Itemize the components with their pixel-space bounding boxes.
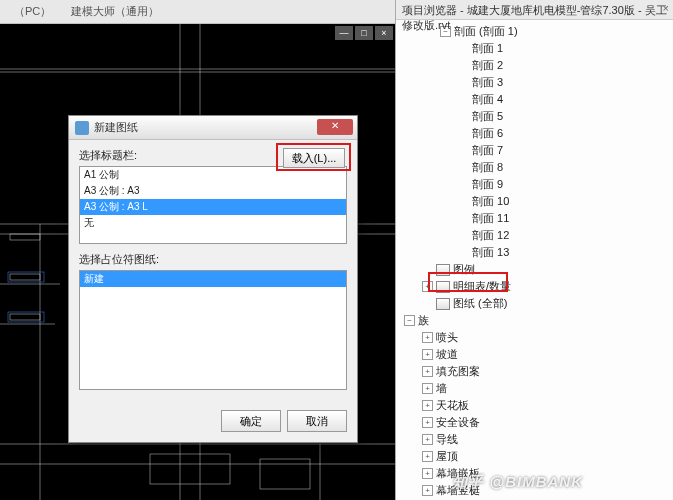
tree-node-family-item[interactable]: +填充图案 [404,363,669,380]
tree-node-section-item[interactable]: 剖面 1 [404,40,669,57]
sheet-icon [436,264,450,276]
list-item[interactable]: A1 公制 [80,167,346,183]
list-item-selected[interactable]: A3 公制 : A3 L [80,199,346,215]
tree-node-sheets[interactable]: 图纸 (全部) [404,295,669,312]
tree-node-family-item[interactable]: +屋顶 [404,448,669,465]
viewport-max-icon[interactable]: □ [355,26,373,40]
project-tree[interactable]: −剖面 (剖面 1) 剖面 1剖面 2剖面 3剖面 4剖面 5剖面 6剖面 7剖… [396,20,673,500]
expand-icon[interactable]: + [422,366,433,377]
expand-icon[interactable]: + [422,383,433,394]
tree-node-family-item[interactable]: +天花板 [404,397,669,414]
tree-node-section-item[interactable]: 剖面 4 [404,91,669,108]
panel-header[interactable]: 项目浏览器 - 城建大厦地库机电模型-管综7.30版 - 吴工修改版.rvt × [396,0,673,20]
cancel-button[interactable]: 取消 [287,410,347,432]
expand-icon[interactable]: + [422,349,433,360]
expand-icon[interactable]: + [422,400,433,411]
tree-node-schedules[interactable]: +明细表/数量 [404,278,669,295]
panel-close-icon[interactable]: × [663,2,669,14]
tree-node-family-item[interactable]: +喷头 [404,329,669,346]
ribbon-tab-pc[interactable]: （PC） [4,0,61,23]
tree-node-section-item[interactable]: 剖面 9 [404,176,669,193]
tree-node-section-item[interactable]: 剖面 13 [404,244,669,261]
expand-icon[interactable]: + [422,468,433,479]
titleblock-listbox[interactable]: A1 公制 A3 公制 : A3 A3 公制 : A3 L 无 [79,166,347,244]
ok-button[interactable]: 确定 [221,410,281,432]
tree-node-family-item[interactable]: +墙 [404,380,669,397]
dialog-title-text: 新建图纸 [94,120,138,135]
viewport-min-icon[interactable]: — [335,26,353,40]
expand-icon[interactable]: + [422,332,433,343]
placeholder-label: 选择占位符图纸: [79,252,347,267]
tree-node-section-item[interactable]: 剖面 10 [404,193,669,210]
tree-node-section-item[interactable]: 剖面 3 [404,74,669,91]
list-item-selected[interactable]: 新建 [80,271,346,287]
sheet-icon [436,298,450,310]
load-button[interactable]: 载入(L)... [283,148,345,168]
expand-icon[interactable]: + [422,281,433,292]
new-sheet-dialog: 新建图纸 ✕ 选择标题栏: 载入(L)... A1 公制 A3 公制 : A3 … [68,115,358,443]
dialog-close-button[interactable]: ✕ [317,119,353,135]
expand-icon[interactable]: + [422,485,433,496]
tree-node-section-item[interactable]: 剖面 12 [404,227,669,244]
expand-icon[interactable]: + [422,434,433,445]
watermark: 知乎 @BIMBANK [452,473,583,492]
tree-node-family-item[interactable]: +导线 [404,431,669,448]
collapse-icon[interactable]: − [404,315,415,326]
list-item[interactable]: 无 [80,215,346,231]
placeholder-listbox[interactable]: 新建 [79,270,347,390]
dialog-icon [75,121,89,135]
list-item[interactable]: A3 公制 : A3 [80,183,346,199]
tree-node-section-item[interactable]: 剖面 6 [404,125,669,142]
tree-node-section-item[interactable]: 剖面 8 [404,159,669,176]
tree-node-families[interactable]: −族 [404,312,669,329]
tree-node-section-item[interactable]: 剖面 5 [404,108,669,125]
project-browser-panel: 项目浏览器 - 城建大厦地库机电模型-管综7.30版 - 吴工修改版.rvt ×… [395,0,673,500]
tree-node-family-item[interactable]: +坡道 [404,346,669,363]
tree-node-section-item[interactable]: 剖面 11 [404,210,669,227]
sheet-icon [436,281,450,293]
expand-icon[interactable]: + [422,451,433,462]
tree-node-section-item[interactable]: 剖面 2 [404,57,669,74]
tree-node-family-item[interactable]: +安全设备 [404,414,669,431]
tree-node-legend[interactable]: 图例 [404,261,669,278]
expand-icon[interactable]: + [422,417,433,428]
viewport-close-icon[interactable]: × [375,26,393,40]
ribbon-tab-master[interactable]: 建模大师（通用） [61,0,169,23]
tree-node-section-item[interactable]: 剖面 7 [404,142,669,159]
dialog-titlebar[interactable]: 新建图纸 ✕ [69,116,357,140]
